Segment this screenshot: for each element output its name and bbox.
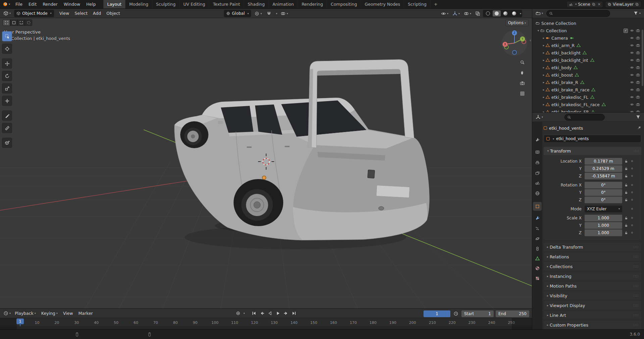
panel-grip-icon[interactable]: [633, 264, 639, 269]
zoom-button[interactable]: [518, 58, 527, 67]
animate-dot-button[interactable]: [631, 224, 633, 226]
overlays-dropdown[interactable]: [462, 10, 473, 17]
camera-view-button[interactable]: [518, 79, 527, 87]
outliner-scene-collection-row[interactable]: Scene Collection: [532, 19, 644, 27]
eye-icon[interactable]: [630, 43, 634, 47]
tab-tool[interactable]: [533, 135, 542, 144]
jump-to-end-button[interactable]: [291, 310, 298, 317]
workspace-tab[interactable]: Modeling: [126, 0, 152, 8]
animate-dot-button[interactable]: [631, 199, 633, 201]
outliner-object-row[interactable]: etki_brakedisc_FL: [532, 93, 644, 101]
preview-range-button[interactable]: [452, 310, 459, 317]
current-frame-field[interactable]: 1: [424, 310, 450, 317]
tab-object-data[interactable]: [533, 254, 542, 263]
location-input[interactable]: 0.24529 m: [585, 165, 622, 172]
outliner-object-row[interactable]: etki_backlight: [532, 49, 644, 56]
eye-icon[interactable]: [630, 80, 634, 84]
shading-solid-button[interactable]: [493, 10, 501, 16]
timeline-menu-item[interactable]: View: [60, 309, 76, 318]
render-camera-icon[interactable]: [636, 43, 640, 47]
shading-rendered-button[interactable]: [510, 10, 518, 16]
render-camera-icon[interactable]: [636, 80, 640, 84]
start-frame-field[interactable]: Start 1: [461, 310, 494, 317]
collapsed-panel-header[interactable]: Visibility: [544, 291, 641, 300]
lock-button[interactable]: [624, 231, 628, 235]
expander-icon[interactable]: [542, 81, 546, 84]
playhead-handle[interactable]: 1: [16, 319, 24, 324]
outliner-object-row[interactable]: etki_brake_R: [532, 79, 644, 86]
collapsed-panel-header[interactable]: Custom Properties: [544, 321, 641, 329]
tab-modifiers[interactable]: [533, 214, 542, 222]
render-camera-icon[interactable]: [636, 88, 640, 92]
transform-panel-header[interactable]: Transform: [544, 147, 641, 155]
object-origin-dot[interactable]: [262, 176, 266, 180]
collapsed-panel-header[interactable]: Delta Transform: [544, 243, 641, 251]
new-scene-icon[interactable]: [592, 2, 596, 6]
collapsed-panel-header[interactable]: Viewport Display: [544, 301, 641, 310]
animate-dot-button[interactable]: [631, 232, 633, 234]
eye-icon[interactable]: [630, 51, 634, 55]
select-mode-extend-button[interactable]: [10, 19, 17, 26]
scene-selector[interactable]: Scene: [566, 1, 603, 8]
blender-app-menu-button[interactable]: [0, 0, 12, 8]
snap-settings-caret[interactable]: [276, 12, 277, 15]
properties-filter-button[interactable]: [634, 114, 642, 121]
pan-button[interactable]: [518, 68, 527, 77]
render-camera-icon[interactable]: [636, 58, 640, 62]
ortho-toggle-button[interactable]: [518, 89, 527, 98]
viewport-menu-item[interactable]: Add: [90, 9, 104, 18]
outliner-editor-type-button[interactable]: [534, 10, 544, 17]
lock-button[interactable]: [624, 223, 628, 227]
keying-settings-caret[interactable]: [243, 312, 245, 315]
car-model[interactable]: [175, 59, 430, 240]
unlink-scene-icon[interactable]: [597, 2, 601, 6]
collapsed-panel-header[interactable]: Relations: [544, 252, 641, 261]
workspace-tab[interactable]: Texture Paint: [209, 0, 244, 8]
tool-select-box[interactable]: [2, 31, 12, 41]
outliner-object-row[interactable]: etki_boost: [532, 71, 644, 79]
workspace-tab[interactable]: Compositing: [327, 0, 361, 8]
lock-button[interactable]: [624, 198, 628, 202]
render-camera-icon[interactable]: [636, 73, 640, 77]
expander-icon[interactable]: [542, 95, 546, 99]
tool-add-cube[interactable]: [2, 138, 12, 148]
render-camera-icon[interactable]: [636, 95, 640, 99]
rotation-input[interactable]: 0°: [585, 197, 622, 203]
tab-view-layer[interactable]: [533, 169, 542, 177]
xray-toggle-button[interactable]: [474, 10, 482, 17]
new-view-layer-icon[interactable]: [635, 2, 639, 6]
outliner-object-row[interactable]: etki_arm_R: [532, 42, 644, 49]
select-mode-intersect-button[interactable]: [25, 19, 32, 26]
animate-dot-button[interactable]: [631, 208, 633, 210]
panel-grip-icon[interactable]: [633, 274, 639, 279]
select-mode-subtract-button[interactable]: [17, 19, 25, 26]
outliner-filter-button[interactable]: [632, 10, 642, 17]
workspace-tab[interactable]: Animation: [269, 0, 298, 8]
expander-icon[interactable]: [542, 58, 546, 62]
outliner-object-row[interactable]: etki_brakedisc_FL_race: [532, 101, 644, 108]
tab-render[interactable]: [533, 147, 542, 156]
animate-dot-button[interactable]: [631, 192, 633, 193]
eye-icon[interactable]: [630, 66, 634, 70]
menubar-item[interactable]: Edit: [26, 0, 40, 8]
animate-dot-button[interactable]: [631, 168, 633, 169]
tab-scene[interactable]: [533, 178, 542, 187]
mode-dropdown[interactable]: Object Mode: [14, 10, 54, 17]
snap-toggle-button[interactable]: [265, 10, 273, 17]
panel-grip-icon[interactable]: [634, 149, 639, 153]
menubar-item[interactable]: Render: [40, 0, 61, 8]
tab-output[interactable]: [533, 158, 542, 167]
viewport-menu-item[interactable]: Select: [72, 9, 90, 18]
eye-icon[interactable]: [630, 102, 634, 107]
tab-texture[interactable]: [533, 274, 542, 283]
animate-dot-button[interactable]: [631, 184, 633, 186]
menubar-item[interactable]: Window: [61, 0, 83, 8]
tab-particles[interactable]: [533, 224, 542, 233]
eye-icon[interactable]: [630, 29, 634, 33]
timeline-track[interactable]: [0, 326, 532, 329]
collapsed-panel-header[interactable]: Collections: [544, 262, 641, 271]
outliner-collection-row[interactable]: Collection: [532, 27, 644, 34]
jump-to-start-button[interactable]: [250, 310, 257, 317]
animate-dot-button[interactable]: [631, 160, 633, 162]
outliner-object-row[interactable]: etki_backlight_int: [532, 56, 644, 64]
